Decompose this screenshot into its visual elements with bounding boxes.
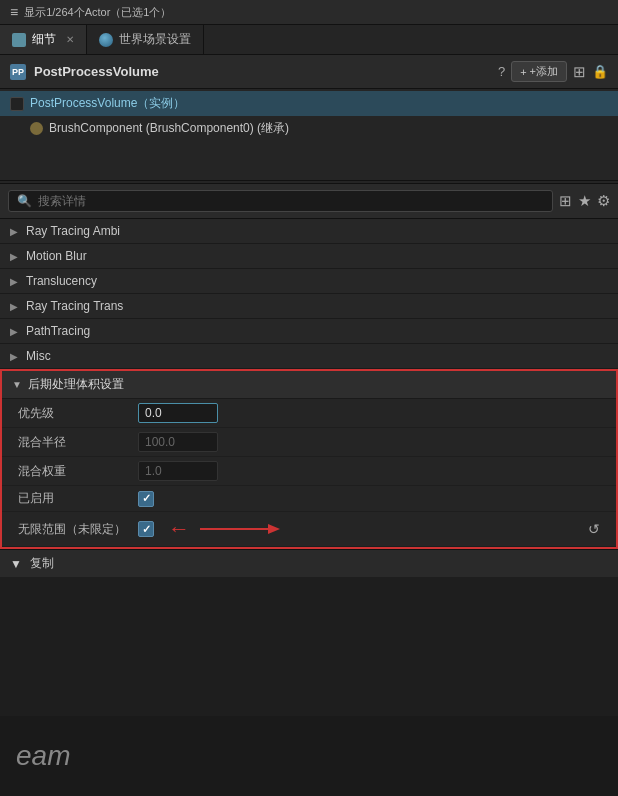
section-ray-tracing-trans-header[interactable]: ▶ Ray Tracing Trans	[0, 294, 618, 318]
section-misc: ▶ Misc	[0, 344, 618, 369]
section-ray-tracing-trans-label: Ray Tracing Trans	[26, 299, 123, 313]
favorites-icon[interactable]: ★	[578, 192, 591, 210]
world-tab-label: 世界场景设置	[119, 31, 191, 48]
panel-actions: ? + +添加 ⊞ 🔒	[498, 61, 608, 82]
details-tab-close[interactable]: ✕	[66, 34, 74, 45]
help-icon[interactable]: ?	[498, 64, 505, 79]
details-tab-label: 细节	[32, 31, 56, 48]
section-path-tracing-header[interactable]: ▶ PathTracing	[0, 319, 618, 343]
check-icon: ✓	[142, 523, 151, 536]
reset-button[interactable]: ↺	[582, 519, 606, 539]
grid-icon[interactable]: ⊞	[573, 63, 586, 81]
enabled-checkbox[interactable]: ✓	[138, 491, 154, 507]
panel-title-icon: PP	[10, 64, 26, 80]
section-path-tracing: ▶ PathTracing	[0, 319, 618, 344]
tab-details[interactable]: 细节 ✕	[0, 25, 87, 54]
replication-header[interactable]: ▼ 复制	[0, 550, 618, 577]
infinite-extent-checkbox[interactable]: ✓	[138, 521, 154, 537]
lock-icon[interactable]: 🔒	[592, 64, 608, 79]
properties-list: ▶ Ray Tracing Ambi ▶ Motion Blur ▶ Trans…	[0, 219, 618, 577]
search-icon: 🔍	[17, 194, 32, 208]
infinite-extent-label: 无限范围（未限定）	[18, 521, 138, 538]
replication-chevron-icon: ▼	[10, 557, 22, 571]
blend-radius-label: 混合半径	[18, 434, 138, 451]
bottom-area: eam	[0, 716, 618, 796]
replication-section: ▼ 复制	[0, 549, 618, 577]
priority-label: 优先级	[18, 405, 138, 422]
section-ray-tracing-ambi: ▶ Ray Tracing Ambi	[0, 219, 618, 244]
infinite-extent-value: ✓ ←	[138, 516, 582, 542]
details-tab-icon	[12, 33, 26, 47]
blend-radius-value	[138, 432, 606, 452]
chevron-icon: ▶	[10, 301, 18, 312]
section-motion-blur-header[interactable]: ▶ Motion Blur	[0, 244, 618, 268]
postprocess-section-title: 后期处理体积设置	[28, 376, 124, 393]
section-misc-header[interactable]: ▶ Misc	[0, 344, 618, 368]
panel-title-bar: PP PostProcessVolume ? + +添加 ⊞ 🔒	[0, 55, 618, 89]
prop-row-priority: 优先级	[2, 399, 616, 428]
red-arrow-icon: ←	[168, 516, 190, 542]
search-actions: ⊞ ★ ⚙	[559, 192, 610, 210]
section-motion-blur-label: Motion Blur	[26, 249, 87, 263]
add-icon: +	[520, 66, 526, 78]
tab-bar: 细节 ✕ 世界场景设置	[0, 25, 618, 55]
settings-icon[interactable]: ⚙	[597, 192, 610, 210]
chevron-icon: ▶	[10, 326, 18, 337]
brush-item-icon	[30, 122, 43, 135]
bottom-text: eam	[16, 740, 70, 772]
enabled-label: 已启用	[18, 490, 138, 507]
check-icon: ✓	[142, 492, 151, 505]
priority-input[interactable]	[138, 403, 218, 423]
postprocess-chevron-icon: ▼	[12, 379, 22, 390]
tree-item-brush[interactable]: BrushComponent (BrushComponent0) (继承)	[0, 116, 618, 141]
postprocess-section: ▼ 后期处理体积设置 优先级 混合半径 混合权重 已启用	[0, 369, 618, 549]
section-ray-tracing-ambi-header[interactable]: ▶ Ray Tracing Ambi	[0, 219, 618, 243]
root-item-label: PostProcessVolume（实例）	[30, 95, 185, 112]
grid-view-icon[interactable]: ⊞	[559, 192, 572, 210]
chevron-icon: ▶	[10, 351, 18, 362]
component-tree: PostProcessVolume（实例） BrushComponent (Br…	[0, 89, 618, 184]
section-misc-label: Misc	[26, 349, 51, 363]
blend-weight-input[interactable]	[138, 461, 218, 481]
postprocess-section-header[interactable]: ▼ 后期处理体积设置	[2, 371, 616, 399]
brush-item-label: BrushComponent (BrushComponent0) (继承)	[49, 120, 289, 137]
replication-label: 复制	[30, 555, 54, 572]
tab-world[interactable]: 世界场景设置	[87, 25, 204, 54]
section-path-tracing-label: PathTracing	[26, 324, 90, 338]
panel-title: PostProcessVolume	[34, 64, 490, 79]
status-icon: ≡	[10, 4, 18, 20]
section-ray-tracing-trans: ▶ Ray Tracing Trans	[0, 294, 618, 319]
add-component-button[interactable]: + +添加	[511, 61, 567, 82]
search-bar: 🔍 ⊞ ★ ⚙	[0, 184, 618, 219]
prop-row-infinite-extent: 无限范围（未限定） ✓ ← ↺	[2, 512, 616, 547]
section-translucency-header[interactable]: ▶ Translucency	[0, 269, 618, 293]
section-translucency: ▶ Translucency	[0, 269, 618, 294]
section-translucency-label: Translucency	[26, 274, 97, 288]
enabled-value: ✓	[138, 491, 606, 507]
status-text: 显示1/264个Actor（已选1个）	[24, 5, 171, 20]
tree-spacer	[0, 141, 618, 181]
search-input[interactable]	[38, 194, 544, 208]
blend-weight-label: 混合权重	[18, 463, 138, 480]
red-arrow-svg	[200, 520, 280, 538]
tree-item-root[interactable]: PostProcessVolume（实例）	[0, 91, 618, 116]
svg-marker-1	[268, 524, 280, 534]
chevron-icon: ▶	[10, 251, 18, 262]
priority-value	[138, 403, 606, 423]
chevron-icon: ▶	[10, 276, 18, 287]
row-actions: ↺	[582, 519, 606, 539]
prop-row-blend-radius: 混合半径	[2, 428, 616, 457]
section-motion-blur: ▶ Motion Blur	[0, 244, 618, 269]
section-ray-tracing-ambi-label: Ray Tracing Ambi	[26, 224, 120, 238]
blend-weight-value	[138, 461, 606, 481]
root-item-icon	[10, 97, 24, 111]
status-bar: ≡ 显示1/264个Actor（已选1个）	[0, 0, 618, 25]
chevron-icon: ▶	[10, 226, 18, 237]
prop-row-blend-weight: 混合权重	[2, 457, 616, 486]
prop-row-enabled: 已启用 ✓	[2, 486, 616, 512]
search-input-wrap[interactable]: 🔍	[8, 190, 553, 212]
blend-radius-input[interactable]	[138, 432, 218, 452]
world-tab-icon	[99, 33, 113, 47]
